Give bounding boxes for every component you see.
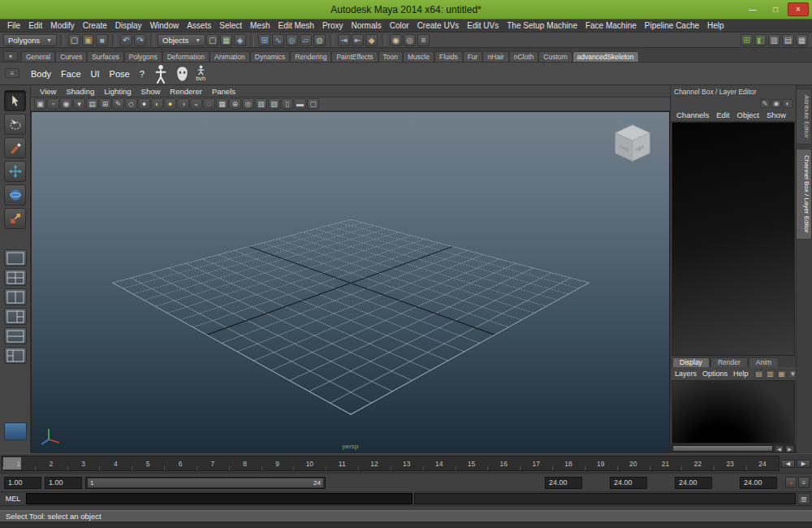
render-settings-icon[interactable]: ≡ xyxy=(417,34,430,46)
timeline-frame[interactable]: 16 xyxy=(487,457,520,470)
timeline-frame[interactable]: 21 xyxy=(650,457,682,470)
menu-item[interactable]: Mesh xyxy=(246,21,274,30)
separator[interactable] xyxy=(330,34,334,46)
viewport[interactable]: front right persp xyxy=(31,111,670,453)
multisample-icon[interactable]: ▦ xyxy=(216,98,228,110)
timeline-frame[interactable]: 24 xyxy=(746,457,779,470)
animation-end-field-2[interactable]: 24.00 xyxy=(740,477,777,489)
panel-menu-item[interactable]: Lighting xyxy=(100,87,135,96)
layer-editor-tab[interactable]: Render xyxy=(710,357,748,367)
timeline-frame[interactable]: 3 xyxy=(67,457,100,470)
new-scene-icon[interactable]: ▢ xyxy=(68,34,80,46)
menu-item[interactable]: Display xyxy=(111,21,146,30)
layer-editor-tab[interactable]: Anim xyxy=(749,357,779,367)
layer-editor-menu-item[interactable]: Help xyxy=(733,370,749,378)
menu-item[interactable]: Normals xyxy=(348,21,386,30)
shelf-button[interactable]: Body xyxy=(28,68,54,80)
timeline-frame[interactable]: 11 xyxy=(326,457,358,470)
lock-camera-icon[interactable]: ▫ xyxy=(47,98,59,110)
manip-default-icon[interactable]: ✎ xyxy=(760,99,770,108)
shelf-tab[interactable]: Curves xyxy=(55,51,87,62)
channel-box-menu-item[interactable]: Edit xyxy=(716,110,729,119)
animation-end-field[interactable]: 24.00 xyxy=(610,477,647,489)
range-slider[interactable]: 1 24 xyxy=(85,477,326,489)
shelf-tab[interactable]: Deformation xyxy=(162,51,209,62)
separator[interactable] xyxy=(112,34,116,46)
new-render-layer-icon[interactable]: ▦ xyxy=(777,370,787,379)
step-forward-button[interactable]: ▶ xyxy=(797,460,810,468)
shelf-tab[interactable]: advancedSkeleton xyxy=(572,51,639,62)
sidebar-vertical-tab[interactable]: Channel Box / Layer Editor xyxy=(797,149,812,240)
textured-icon[interactable]: ◐ xyxy=(151,98,163,110)
step-back-button[interactable]: ◀ xyxy=(781,460,795,468)
shelf-tab[interactable]: Animation xyxy=(209,51,250,62)
shelf-button[interactable]: ? xyxy=(137,68,147,80)
menu-item[interactable]: Edit UVs xyxy=(463,21,503,30)
menu-set-dropdown[interactable]: Polygons ▼ xyxy=(3,34,57,46)
shelf-tab[interactable]: nHair xyxy=(482,51,508,62)
layout-three-pane-right-button[interactable] xyxy=(4,308,27,325)
timeline-frame[interactable]: 9 xyxy=(261,457,294,470)
select-camera-icon[interactable]: ▣ xyxy=(34,98,46,110)
select-tool[interactable] xyxy=(4,90,26,111)
timeline-frame[interactable]: 1 xyxy=(2,457,35,470)
timeline-frame[interactable]: 12 xyxy=(358,457,391,470)
undo-icon[interactable]: ↶ xyxy=(120,34,132,46)
scale-tool[interactable] xyxy=(4,208,26,229)
shelf-tab[interactable]: Fluids xyxy=(434,51,463,62)
new-layer-from-selected-icon[interactable]: ▥ xyxy=(766,370,775,379)
shelf-tab-switch-icon[interactable]: ▾ xyxy=(3,51,18,61)
open-scene-icon[interactable]: ▣ xyxy=(82,34,94,46)
shelf-tab[interactable]: Polygons xyxy=(124,51,162,62)
paint-select-tool[interactable] xyxy=(4,137,26,158)
use-all-lights-icon[interactable]: ● xyxy=(164,98,176,110)
menu-item[interactable]: Create UVs xyxy=(413,21,464,30)
timeline-frame[interactable]: 20 xyxy=(617,457,650,470)
construction-history-icon[interactable]: ◆ xyxy=(365,34,378,46)
timeline-frame[interactable]: 8 xyxy=(229,457,261,470)
lasso-tool[interactable] xyxy=(4,114,26,135)
rotate-tool[interactable] xyxy=(4,184,26,206)
channel-box-menu-item[interactable]: Channels xyxy=(676,110,709,119)
camera-attributes-icon[interactable]: ◉ xyxy=(60,98,72,110)
layout-single-pane-button[interactable] xyxy=(4,249,27,266)
shelf-tab[interactable]: PaintEffects xyxy=(331,51,378,62)
wireframe-icon[interactable]: ◇ xyxy=(125,98,137,110)
two-d-pan-zoom-icon[interactable]: ⊞ xyxy=(99,98,111,110)
snap-curve-icon[interactable]: ∿ xyxy=(272,34,284,46)
isolate-select-icon[interactable]: ◎ xyxy=(242,98,254,110)
save-scene-icon[interactable]: ■ xyxy=(96,34,108,46)
panel-menu-item[interactable]: Renderer xyxy=(166,87,206,96)
timeline-frame[interactable]: 22 xyxy=(681,457,714,470)
new-empty-layer-icon[interactable]: ▤ xyxy=(754,370,764,379)
timeline-frame[interactable]: 4 xyxy=(99,457,132,470)
move-tool[interactable] xyxy=(4,161,26,182)
shelf-tab[interactable]: Toon xyxy=(378,51,403,62)
scroll-left-button[interactable]: ◀ xyxy=(775,445,784,452)
separator[interactable] xyxy=(382,34,386,46)
channel-box-toggle-icon[interactable]: ▦ xyxy=(796,34,808,46)
timeline-frame[interactable]: 15 xyxy=(456,457,488,470)
shelf-tab[interactable]: Muscle xyxy=(403,51,434,62)
layer-editor-menu-item[interactable]: Layers xyxy=(675,370,697,378)
tool-settings-toggle-icon[interactable]: ▤ xyxy=(782,34,794,46)
timeline-frame[interactable]: 14 xyxy=(423,457,456,470)
script-editor-icon[interactable]: ≣ xyxy=(797,493,810,504)
input-to-selected-icon[interactable]: ⇥ xyxy=(338,34,350,46)
menu-item[interactable]: The Setup Machine xyxy=(503,21,581,30)
animation-start-field[interactable]: 1.00 xyxy=(4,477,41,489)
timeline-frame[interactable]: 19 xyxy=(585,457,617,470)
motion-blur-icon[interactable]: ◌ xyxy=(203,98,215,110)
snap-grid-icon[interactable]: ⊞ xyxy=(258,34,270,46)
snap-together-icon[interactable]: ◧ xyxy=(754,34,767,46)
playback-start-field[interactable]: 1.00 xyxy=(45,477,82,489)
timeline-frame[interactable]: 2 xyxy=(35,457,67,470)
shelf-button[interactable]: Pose xyxy=(107,68,132,80)
mel-label[interactable]: MEL xyxy=(2,493,24,504)
image-plane-icon[interactable]: ▤ xyxy=(86,98,98,110)
grid-toggle-icon[interactable]: ⊞ xyxy=(741,34,753,46)
menu-item[interactable]: Edit xyxy=(24,21,46,30)
body-mannequin-icon[interactable] xyxy=(153,64,169,84)
xray-joints-icon[interactable]: ▧ xyxy=(268,98,280,110)
separator[interactable] xyxy=(250,34,254,46)
